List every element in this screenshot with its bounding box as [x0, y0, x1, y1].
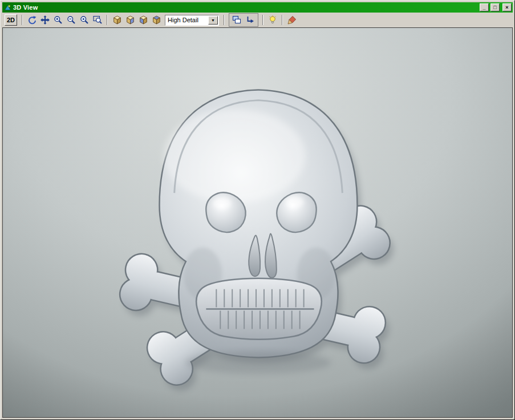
pan-view-button[interactable] — [39, 14, 51, 26]
paint-brush-icon — [287, 15, 297, 25]
lightbulb-icon — [268, 15, 277, 25]
view-along-x-button[interactable] — [124, 14, 136, 26]
toolbar: 2D — [2, 13, 513, 27]
zoom-out-icon — [67, 15, 76, 25]
cube-top-face-icon — [152, 15, 161, 25]
iso-view-button[interactable] — [111, 14, 123, 26]
multi-view-button[interactable] — [230, 14, 243, 26]
rotate-icon — [27, 15, 37, 25]
pan-icon — [40, 15, 50, 25]
toolbar-separator — [22, 15, 23, 25]
maximize-button[interactable]: □ — [490, 3, 500, 11]
toggle-2d-view-button[interactable]: 2D — [5, 14, 17, 26]
toolbar-separator — [282, 15, 283, 25]
rotate-view-button[interactable] — [26, 14, 38, 26]
toolbar-separator — [262, 15, 263, 25]
zoom-out-button[interactable] — [65, 14, 78, 26]
zoom-scale-button[interactable] — [78, 14, 91, 26]
cube-front-face-icon — [125, 15, 135, 25]
multi-view-icon — [232, 15, 241, 25]
zoom-in-button[interactable] — [52, 14, 64, 26]
bent-arrow-icon — [246, 15, 255, 25]
window-3d-view: 3D View _ □ × 2D — [0, 0, 515, 420]
zoom-scale-icon — [80, 15, 89, 25]
view-layout-group — [229, 13, 258, 27]
close-button[interactable]: × — [502, 3, 512, 11]
zoom-extents-icon — [93, 15, 102, 25]
view-orientation-button[interactable] — [244, 14, 257, 26]
cube-side-face-icon — [139, 15, 148, 25]
toolbar-separator — [107, 15, 108, 25]
titlebar: 3D View _ □ × — [2, 2, 513, 13]
view-along-y-button[interactable] — [137, 14, 149, 26]
view-down-z-button[interactable] — [150, 14, 163, 26]
viewport-3d[interactable] — [2, 27, 513, 418]
zoom-extents-button[interactable] — [91, 14, 104, 26]
window-title: 3D View — [13, 2, 478, 13]
detail-select[interactable]: High Detail ▼ — [165, 15, 219, 26]
skull-crossbones-render — [3, 28, 512, 417]
iso-cube-icon — [112, 15, 122, 25]
3d-view-window-icon — [3, 3, 11, 11]
lighting-button[interactable] — [266, 14, 279, 26]
zoom-in-icon — [54, 15, 63, 25]
minimize-button[interactable]: _ — [480, 3, 489, 11]
paint-relief-button[interactable] — [286, 14, 298, 26]
chevron-down-icon[interactable]: ▼ — [208, 16, 218, 25]
toolbar-separator — [224, 15, 225, 25]
